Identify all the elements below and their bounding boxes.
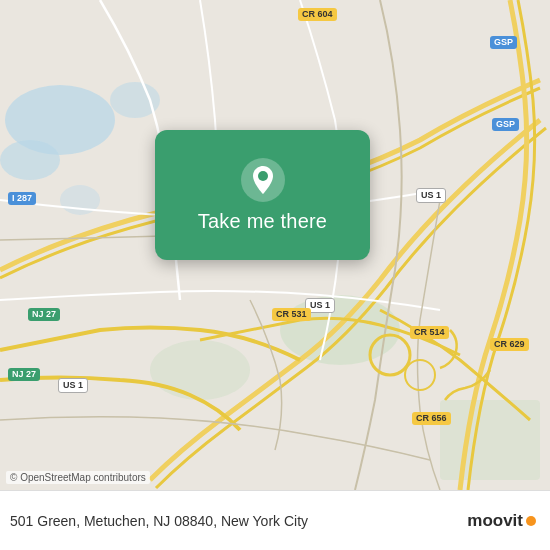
- map-copyright: © OpenStreetMap contributors: [6, 471, 150, 484]
- moovit-dot: [526, 516, 536, 526]
- svg-rect-5: [440, 400, 540, 480]
- road-badge-us1-ur: US 1: [416, 188, 446, 203]
- map-container: Take me there CR 604 GSP GSP US 1 US 1 I…: [0, 0, 550, 490]
- location-pin-icon: [241, 158, 285, 202]
- road-badge-cr656: CR 656: [412, 412, 451, 425]
- road-badge-i287: I 287: [8, 192, 36, 205]
- svg-point-8: [405, 360, 435, 390]
- moovit-logo: moovit: [467, 511, 536, 531]
- road-badge-cr604: CR 604: [298, 8, 337, 21]
- svg-point-6: [150, 340, 250, 400]
- moovit-logo-text: moovit: [467, 511, 523, 531]
- road-badge-cr514: CR 514: [410, 326, 449, 339]
- svg-point-10: [258, 171, 268, 181]
- road-badge-cr629: CR 629: [490, 338, 529, 351]
- road-badge-nj27-lower: NJ 27: [8, 368, 40, 381]
- road-badge-gsp-top: GSP: [490, 36, 517, 49]
- take-me-there-button[interactable]: Take me there: [198, 210, 327, 233]
- road-badge-nj27-upper: NJ 27: [28, 308, 60, 321]
- svg-point-1: [0, 140, 60, 180]
- road-badge-cr531: CR 531: [272, 308, 311, 321]
- road-badge-us1-ll: US 1: [58, 378, 88, 393]
- navigation-card[interactable]: Take me there: [155, 130, 370, 260]
- road-badge-gsp-mid: GSP: [492, 118, 519, 131]
- bottom-bar: 501 Green, Metuchen, NJ 08840, New York …: [0, 490, 550, 550]
- address-text: 501 Green, Metuchen, NJ 08840, New York …: [10, 513, 467, 529]
